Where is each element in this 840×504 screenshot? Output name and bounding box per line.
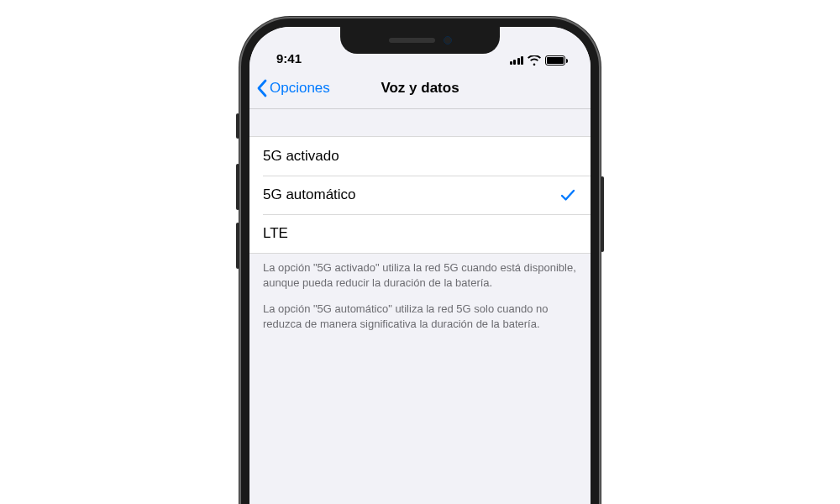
option-5g-on[interactable]: 5G activado [249, 137, 591, 176]
chevron-left-icon [256, 79, 268, 97]
status-time: 9:41 [273, 51, 302, 66]
option-5g-auto[interactable]: 5G automático [249, 176, 591, 214]
option-label: 5G activado [263, 148, 339, 165]
option-label: 5G automático [263, 186, 356, 203]
back-button[interactable]: Opciones [249, 79, 330, 97]
content-area: 5G activado 5G automático LTE La opción … [249, 136, 591, 504]
speaker-grille [389, 38, 435, 43]
footer-text: La opción "5G activado" utiliza la red 5… [249, 254, 591, 331]
power-button[interactable] [601, 176, 604, 252]
battery-icon [545, 55, 565, 66]
mute-switch[interactable] [236, 113, 239, 139]
screen: 9:41 Opciones Voz y datos [249, 27, 591, 504]
wifi-icon [528, 55, 541, 66]
front-camera [444, 36, 452, 45]
cellular-signal-icon [510, 56, 524, 65]
footer-paragraph-1: La opción "5G activado" utiliza la red 5… [263, 260, 577, 290]
back-label: Opciones [270, 80, 330, 97]
checkmark-icon [560, 187, 575, 202]
nav-bar: Opciones Voz y datos [249, 67, 591, 109]
footer-paragraph-2: La opción "5G automático" utiliza la red… [263, 302, 577, 331]
options-group: 5G activado 5G automático LTE [249, 136, 591, 254]
notch [340, 27, 500, 54]
volume-down-button[interactable] [236, 223, 239, 269]
volume-up-button[interactable] [236, 164, 239, 210]
status-indicators [510, 55, 568, 66]
option-label: LTE [263, 225, 288, 242]
phone-frame: 9:41 Opciones Voz y datos [239, 17, 601, 504]
page-title: Voz y datos [381, 80, 459, 97]
option-lte[interactable]: LTE [249, 214, 591, 253]
